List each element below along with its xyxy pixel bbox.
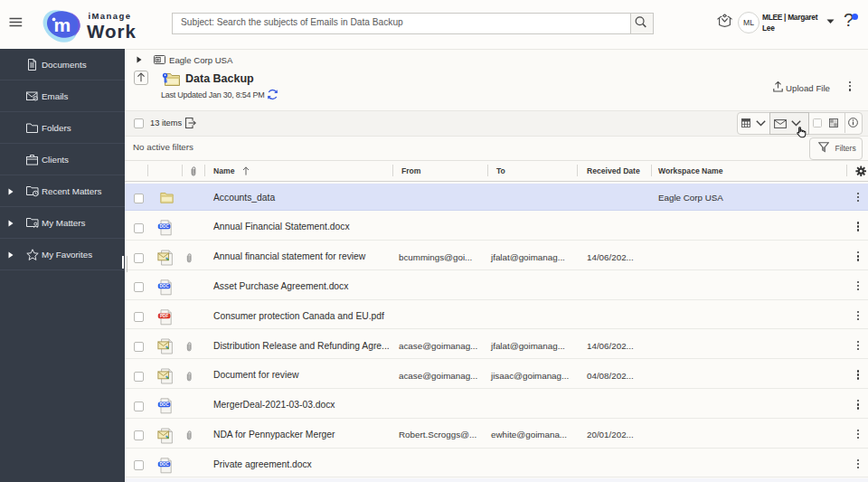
svg-text:DOC: DOC [159,224,169,229]
svg-text:Work: Work [87,21,137,42]
svg-text:DOC: DOC [159,284,169,288]
svg-text:DOC: DOC [159,402,169,407]
svg-text:PDF: PDF [160,314,168,318]
svg-text:m: m [54,14,71,35]
svg-text:DOC: DOC [159,462,169,467]
